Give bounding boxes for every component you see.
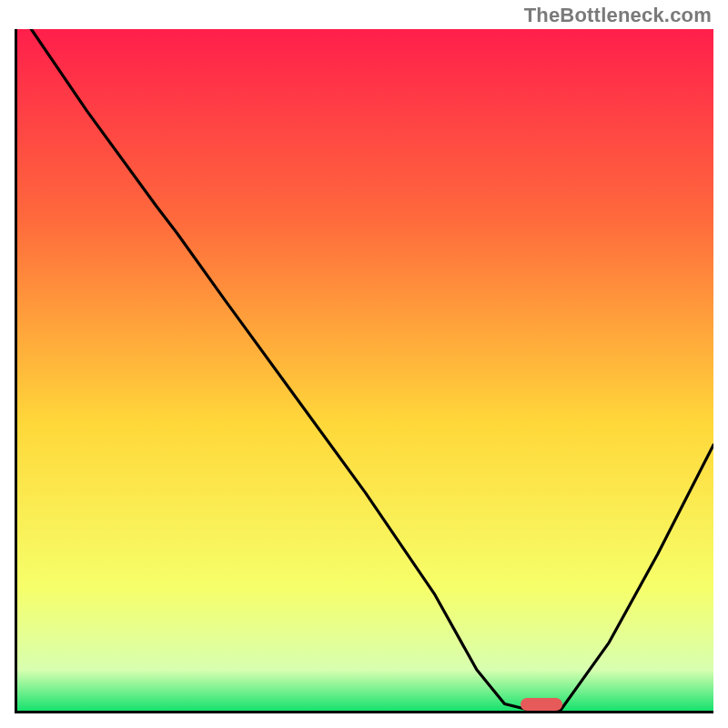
watermark-text: TheBottleneck.com [524, 4, 712, 27]
bottleneck-curve [17, 29, 713, 711]
chart: TheBottleneck.com [0, 0, 728, 728]
gradient-background [17, 29, 713, 711]
optimal-marker [521, 698, 562, 711]
plot-area [15, 29, 713, 713]
